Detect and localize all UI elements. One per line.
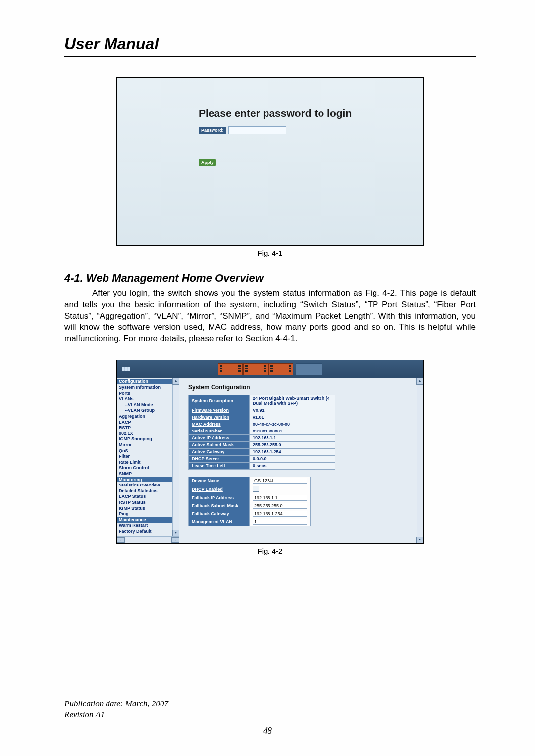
- sidebar-item-vlans[interactable]: VLANs: [117, 396, 179, 402]
- sidebar-item-configuration: Configuration: [117, 379, 179, 385]
- row-value: 00-40-c7-3c-00-00: [250, 421, 335, 428]
- fig-4-2-caption: Fig. 4-2: [64, 547, 476, 555]
- sidebar-scroll-up-icon[interactable]: ▴: [172, 378, 179, 385]
- text-input[interactable]: [253, 495, 307, 501]
- switch-banner: ▄▄▄▀▀▀: [117, 360, 423, 378]
- config-sidebar: ConfigurationSystem InformationPortsVLAN…: [117, 378, 179, 543]
- sidebar-item-lacp[interactable]: LACP: [117, 419, 179, 425]
- main-scrollbar[interactable]: [417, 385, 423, 537]
- row-value: 192.168.1.254: [250, 448, 335, 455]
- sidebar-item-mirror[interactable]: Mirror: [117, 442, 179, 448]
- publication-block: Publication date: March, 2007 Revision A…: [64, 699, 168, 720]
- sidebar-scrollbar[interactable]: [172, 385, 179, 530]
- login-screenshot: Please enter password to login Password:…: [116, 77, 424, 246]
- sidebar-item-detailed-statistics[interactable]: Detailed Statistics: [117, 488, 179, 494]
- system-info-table: System Description24 Port Gigabit Web-Sm…: [188, 395, 335, 470]
- sidebar-item-rstp-status[interactable]: RSTP Status: [117, 499, 179, 505]
- sidebar-item-rate-limit[interactable]: Rate Limit: [117, 459, 179, 465]
- table-row: DHCP Server0.0.0.0: [189, 455, 335, 462]
- apply-button[interactable]: Apply: [199, 159, 216, 166]
- row-value: [250, 510, 311, 518]
- row-key: DHCP Enabled: [189, 485, 250, 494]
- row-key: Fallback Gateway: [189, 510, 250, 518]
- text-input[interactable]: [253, 503, 307, 509]
- row-key: Lease Time Left: [189, 462, 250, 469]
- checkbox[interactable]: [253, 486, 259, 492]
- row-value: [250, 518, 311, 526]
- sidebar-item-802-1x[interactable]: 802.1X: [117, 431, 179, 436]
- sidebar-scroll-down-icon[interactable]: ▾: [172, 530, 179, 537]
- login-headline: Please enter password to login: [199, 108, 413, 119]
- section-heading: 4-1. Web Management Home Overview: [64, 272, 476, 285]
- main-panel: ▴ ▾ System Configuration System Descript…: [179, 378, 423, 543]
- table-row: Device Name: [189, 477, 311, 485]
- panel-title: System Configuration: [188, 384, 418, 391]
- row-value: 031801000001: [250, 428, 335, 434]
- table-row: System Description24 Port Gigabit Web-Sm…: [189, 395, 335, 407]
- row-key: Device Name: [189, 477, 250, 485]
- sidebar-item-rstp[interactable]: RSTP: [117, 425, 179, 431]
- sidebar-item-system-information[interactable]: System Information: [117, 384, 179, 390]
- sidebar-item-igmp-status[interactable]: IGMP Status: [117, 505, 179, 511]
- sidebar-item-maintenance: Maintenance: [117, 517, 179, 523]
- row-value: [250, 477, 311, 485]
- sidebar-item-aggregation[interactable]: Aggregation: [117, 413, 179, 419]
- row-value: 192.168.1.1: [250, 434, 335, 441]
- sidebar-item-storm-control[interactable]: Storm Control: [117, 465, 179, 471]
- switch-ports-graphic: [218, 363, 322, 375]
- system-config-screenshot: ▄▄▄▀▀▀ ConfigurationSystem InformationPo…: [116, 360, 424, 544]
- sidebar-item-qos[interactable]: QoS: [117, 448, 179, 454]
- row-key: Firmware Version: [189, 407, 250, 414]
- text-input[interactable]: [253, 478, 307, 484]
- row-key: Active IP Address: [189, 434, 250, 441]
- row-key: Fallback Subnet Mask: [189, 502, 250, 510]
- row-key: Serial Number: [189, 428, 250, 434]
- table-row: Fallback IP Address: [189, 494, 311, 502]
- row-key: System Description: [189, 395, 250, 407]
- sidebar-item-factory-default[interactable]: Factory Default: [117, 528, 179, 534]
- sidebar-item-snmp[interactable]: SNMP: [117, 471, 179, 477]
- table-row: Lease Time Left0 secs: [189, 462, 335, 469]
- banner-logo: ▄▄▄▀▀▀: [122, 365, 130, 373]
- fig-4-1-caption: Fig. 4-1: [64, 249, 476, 257]
- sidebar-item-monitoring: Monitoring: [117, 477, 179, 483]
- sidebar-item-ports[interactable]: Ports: [117, 390, 179, 396]
- sidebar-item-ping[interactable]: Ping: [117, 511, 179, 517]
- sidebar-item-warm-restart[interactable]: Warm Restart: [117, 523, 179, 529]
- main-scroll-up-icon[interactable]: ▴: [416, 378, 423, 385]
- sidebar-item-lacp-status[interactable]: LACP Status: [117, 494, 179, 500]
- sidebar-hscroll[interactable]: ‹›: [117, 536, 179, 543]
- row-key: Hardware Version: [189, 414, 250, 421]
- sidebar-item-vlan-mode[interactable]: --VLAN Mode: [117, 402, 179, 408]
- table-row: Active Gateway192.168.1.254: [189, 448, 335, 455]
- row-value: [250, 502, 311, 510]
- row-value: [250, 485, 311, 494]
- main-scroll-down-icon[interactable]: ▾: [416, 537, 423, 543]
- row-key: MAC Address: [189, 421, 250, 428]
- sidebar-item-vlan-group[interactable]: --VLAN Group: [117, 408, 179, 414]
- table-row: Fallback Gateway: [189, 510, 311, 518]
- password-label: Password:: [199, 127, 226, 134]
- title-divider: [64, 56, 476, 57]
- revision: Revision A1: [64, 709, 168, 720]
- row-key: Fallback IP Address: [189, 494, 250, 502]
- row-value: 0.0.0.0: [250, 455, 335, 462]
- sidebar-item-igmp-snooping[interactable]: IGMP Snooping: [117, 436, 179, 442]
- table-row: Active Subnet Mask255.255.255.0: [189, 441, 335, 448]
- row-value: 0 secs: [250, 462, 335, 469]
- table-row: Firmware VersionV0.91: [189, 407, 335, 414]
- row-value: [250, 494, 311, 502]
- row-value: 255.255.255.0: [250, 441, 335, 448]
- table-row: Hardware Versionv1.01: [189, 414, 335, 421]
- sidebar-item-filter[interactable]: Filter: [117, 453, 179, 459]
- row-value: 24 Port Gigabit Web-Smart Switch (4 Dual…: [250, 395, 335, 407]
- system-settings-table: Device NameDHCP EnabledFallback IP Addre…: [188, 477, 311, 526]
- text-input[interactable]: [253, 519, 307, 525]
- table-row: Active IP Address192.168.1.1: [189, 434, 335, 441]
- page-number: 48: [0, 726, 535, 736]
- table-row: Management VLAN: [189, 518, 311, 526]
- text-input[interactable]: [253, 511, 307, 517]
- row-key: DHCP Server: [189, 455, 250, 462]
- sidebar-item-statistics-overview[interactable]: Statistics Overview: [117, 482, 179, 488]
- password-input[interactable]: [228, 126, 286, 134]
